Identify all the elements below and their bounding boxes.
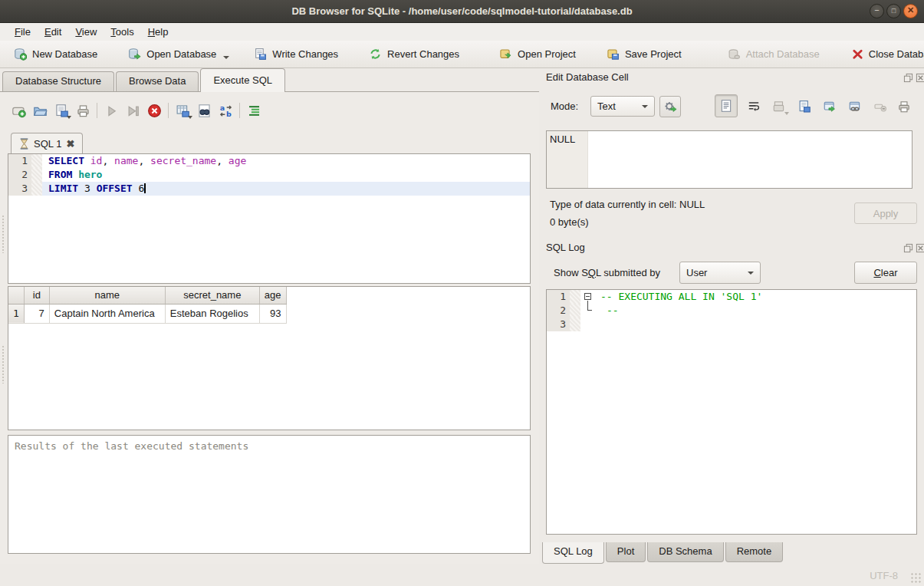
new-database-label: New Database bbox=[32, 48, 97, 60]
gear-arrow-icon bbox=[663, 100, 677, 114]
column-header-secret-name[interactable]: secret_name bbox=[165, 287, 259, 304]
close-dock-icon[interactable] bbox=[916, 73, 924, 83]
results-grid[interactable]: id name secret_name age 1 7 Captain Nort… bbox=[8, 286, 531, 430]
tab-execute-sql[interactable]: Execute SQL bbox=[200, 68, 285, 92]
close-button[interactable]: ✕ bbox=[903, 4, 918, 18]
export-cell-data-button[interactable] bbox=[794, 97, 815, 117]
write-changes-button[interactable]: Write Changes bbox=[248, 44, 344, 64]
open-external-button[interactable] bbox=[819, 97, 840, 117]
float-dock-icon[interactable] bbox=[903, 73, 913, 83]
open-in-app-icon bbox=[823, 100, 837, 114]
cell-value-editor[interactable]: NULL bbox=[546, 130, 912, 189]
sql-log-view[interactable]: 1-- EXECUTING ALL IN 'SQL 1' 2-- 3 bbox=[546, 289, 917, 535]
resize-grip[interactable] bbox=[910, 572, 921, 583]
line-number: 1 bbox=[8, 154, 31, 168]
close-dock-icon[interactable] bbox=[916, 243, 924, 253]
fold-marker-icon[interactable] bbox=[584, 293, 591, 300]
open-database-button[interactable]: Open Database bbox=[122, 44, 235, 64]
print-sql-button[interactable] bbox=[72, 100, 94, 120]
mode-label: Mode: bbox=[551, 100, 578, 112]
stop-execution-button[interactable] bbox=[143, 100, 165, 120]
column-header-id[interactable]: id bbox=[24, 287, 49, 304]
revert-changes-button[interactable]: Revert Changes bbox=[363, 44, 465, 64]
menu-tools[interactable]: Tools bbox=[104, 25, 140, 39]
cell-value: NULL bbox=[550, 133, 575, 145]
tab-browse-data[interactable]: Browse Data bbox=[116, 71, 199, 92]
word-wrap-button[interactable] bbox=[743, 97, 765, 117]
open-project-button[interactable]: Open Project bbox=[493, 44, 582, 64]
cell-secret-name[interactable]: Esteban Rogelios bbox=[165, 304, 259, 323]
sql-doc-tab[interactable]: SQL 1 ✖ bbox=[11, 133, 83, 153]
export-results-button[interactable] bbox=[172, 100, 193, 120]
mode-select-value: Text bbox=[597, 100, 616, 112]
apply-button[interactable]: Apply bbox=[854, 202, 917, 224]
save-sql-file-button[interactable] bbox=[51, 100, 72, 120]
close-sql-tab-icon[interactable]: ✖ bbox=[66, 138, 74, 150]
titlebar[interactable]: DB Browser for SQLite - /home/user/code/… bbox=[0, 0, 924, 23]
attach-database-icon bbox=[728, 48, 741, 61]
text-cursor bbox=[144, 183, 146, 193]
clear-log-button[interactable]: Clear bbox=[854, 262, 917, 284]
menu-edit[interactable]: Edit bbox=[38, 25, 68, 39]
menu-view[interactable]: View bbox=[68, 25, 104, 39]
format-sql-button[interactable] bbox=[243, 100, 265, 120]
open-database-dropdown-icon[interactable] bbox=[223, 56, 229, 59]
sql-doc-tab-label: SQL 1 bbox=[34, 138, 61, 150]
attach-database-button[interactable]: Attach Database bbox=[722, 44, 826, 64]
open-sql-tab-button[interactable] bbox=[8, 100, 29, 120]
column-header-age[interactable]: age bbox=[259, 287, 286, 304]
log-filter-select[interactable]: User bbox=[679, 262, 761, 284]
line-number: 3 bbox=[547, 318, 570, 331]
dock-tab-plot[interactable]: Plot bbox=[606, 542, 646, 562]
row-header[interactable]: 1 bbox=[8, 304, 24, 323]
execute-sql-button[interactable] bbox=[100, 100, 122, 120]
save-file-dropdown-icon[interactable] bbox=[67, 116, 71, 119]
open-sql-file-button[interactable] bbox=[29, 100, 51, 120]
maximize-button[interactable]: □ bbox=[886, 4, 901, 18]
find-button[interactable] bbox=[193, 100, 215, 120]
import-cell-data-button[interactable] bbox=[768, 97, 790, 117]
execute-line-icon bbox=[126, 104, 140, 118]
revert-changes-label: Revert Changes bbox=[387, 48, 459, 60]
menu-help[interactable]: Help bbox=[141, 25, 176, 39]
print-cell-button[interactable] bbox=[893, 97, 915, 117]
new-database-button[interactable]: New Database bbox=[8, 44, 104, 64]
menu-file[interactable]: File bbox=[8, 25, 38, 39]
dock-tab-db-schema[interactable]: DB Schema bbox=[647, 542, 723, 562]
attach-database-label: Attach Database bbox=[746, 48, 820, 60]
editor-line-current: 3LIMIT 3 OFFSET 6 bbox=[8, 182, 530, 196]
export-results-dropdown-icon[interactable] bbox=[188, 116, 192, 119]
mode-select[interactable]: Text bbox=[590, 96, 655, 117]
cell-age[interactable]: 93 bbox=[259, 304, 286, 323]
replace-button[interactable]: ab bbox=[215, 100, 236, 120]
copy-link-button[interactable] bbox=[844, 97, 866, 117]
column-header-name[interactable]: name bbox=[49, 287, 165, 304]
export-file-icon bbox=[797, 100, 811, 114]
cell-id[interactable]: 7 bbox=[24, 304, 49, 323]
set-null-button[interactable] bbox=[870, 97, 891, 117]
import-dropdown-icon bbox=[784, 112, 789, 115]
log-filter-label: Show SQL submitted by bbox=[554, 267, 660, 278]
text-view-button[interactable] bbox=[715, 94, 738, 117]
tab-database-structure[interactable]: Database Structure bbox=[2, 71, 114, 92]
results-message-box[interactable]: Results of the last executed statements bbox=[8, 435, 531, 554]
grid-corner[interactable] bbox=[8, 287, 24, 304]
encoding-indicator: UTF-8 bbox=[870, 570, 898, 581]
save-project-button[interactable]: Save Project bbox=[600, 44, 688, 64]
dock-tab-remote[interactable]: Remote bbox=[725, 542, 784, 562]
splitter-handle[interactable] bbox=[2, 345, 5, 384]
splitter-handle[interactable] bbox=[2, 215, 5, 253]
dock-tab-sql-log[interactable]: SQL Log bbox=[542, 542, 604, 564]
auto-mode-button[interactable] bbox=[659, 96, 681, 117]
print-icon bbox=[897, 100, 911, 114]
close-database-button[interactable]: Close Database bbox=[846, 44, 924, 64]
link-icon bbox=[848, 100, 862, 114]
minimize-button[interactable]: − bbox=[870, 4, 884, 18]
cell-name[interactable]: Captain North America bbox=[49, 304, 165, 323]
log-line: 1-- EXECUTING ALL IN 'SQL 1' bbox=[547, 290, 916, 304]
sql-editor[interactable]: 1SELECT id, name, secret_name, age 2FROM… bbox=[8, 153, 531, 284]
menubar: File Edit View Tools Help bbox=[0, 23, 924, 41]
float-dock-icon[interactable] bbox=[903, 243, 913, 253]
sql-toolbar-separator bbox=[168, 103, 169, 118]
execute-current-line-button[interactable] bbox=[122, 100, 143, 120]
